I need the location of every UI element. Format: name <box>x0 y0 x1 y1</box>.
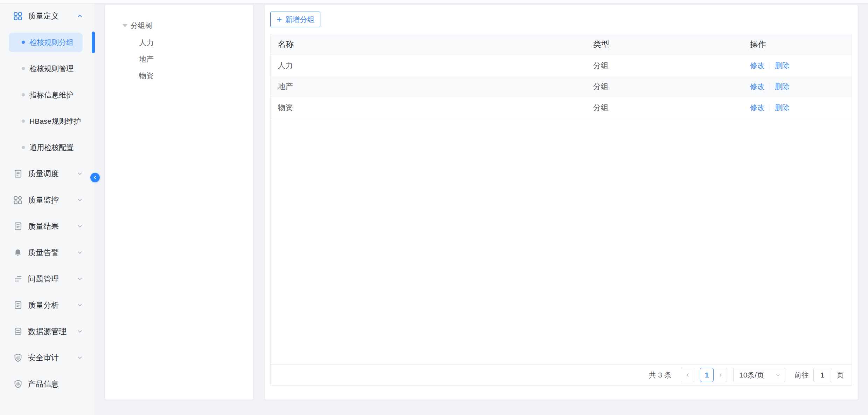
sidebar-subitem-row: 通用检核配置 <box>0 134 95 161</box>
bullet-icon <box>22 67 25 70</box>
bullet-icon <box>22 93 25 96</box>
edit-link[interactable]: 修改 <box>750 82 765 91</box>
cell-name: 地产 <box>271 81 586 92</box>
bullet-icon <box>22 120 25 123</box>
sidebar-item-quality-monitoring[interactable]: 质量监控 <box>0 187 95 213</box>
goto-label: 前往 <box>794 370 809 380</box>
current-page-button[interactable]: 1 <box>700 368 714 382</box>
chevron-left-icon <box>685 373 690 377</box>
delete-link[interactable]: 删除 <box>775 103 790 113</box>
pagination-bar: 共 3 条 1 10条/页 前往 页 <box>271 364 852 385</box>
cell-type: 分组 <box>586 81 743 92</box>
table-row: 人力 分组 修改 删除 <box>271 55 852 76</box>
sidebar-item-indicator-maintenance[interactable]: 指标信息维护 <box>9 85 83 105</box>
caret-down-icon[interactable] <box>123 24 127 27</box>
chevron-down-icon <box>776 373 780 377</box>
document-icon <box>13 222 22 231</box>
sidebar-item-label: 质量结果 <box>28 221 77 232</box>
cell-type: 分组 <box>586 102 743 113</box>
tree-root-label: 分组树 <box>131 21 153 30</box>
page-size-select[interactable]: 10条/页 <box>733 368 785 382</box>
chevron-down-icon <box>77 171 83 177</box>
chevron-down-icon <box>77 224 83 229</box>
chevron-down-icon <box>77 197 83 203</box>
sidebar-item-rule-management[interactable]: 检核规则管理 <box>9 59 83 79</box>
chevron-down-icon <box>77 276 83 282</box>
tree-children: 人力 地产 物资 <box>105 34 253 84</box>
sidebar-item-quality-analysis[interactable]: 质量分析 <box>0 292 95 318</box>
cell-type: 分组 <box>586 60 743 71</box>
action-divider <box>770 83 770 90</box>
column-header-action: 操作 <box>743 39 852 50</box>
sidebar-item-label: 安全审计 <box>28 353 77 363</box>
sidebar-item-product-info[interactable]: @ 产品信息 <box>0 371 95 397</box>
sidebar-subitem-label: 检核规则管理 <box>29 64 74 74</box>
grid-icon <box>13 12 22 21</box>
page-size-value: 10条/页 <box>739 370 764 380</box>
sidebar-subitem-row: HBase规则维护 <box>0 108 95 134</box>
cell-actions: 修改 删除 <box>743 103 852 113</box>
chevron-right-icon <box>718 373 723 377</box>
cell-name: 物资 <box>271 102 586 113</box>
grid-diamond-icon <box>13 196 22 205</box>
sidebar-item-general-check-config[interactable]: 通用检核配置 <box>9 138 83 157</box>
sidebar-item-label: 质量调度 <box>28 169 77 179</box>
pagination-total: 共 3 条 <box>649 370 672 380</box>
sidebar-item-datasource-management[interactable]: 数据源管理 <box>0 318 95 345</box>
sidebar-item-security-audit[interactable]: @ 安全审计 <box>0 345 95 371</box>
tree-node-wuzi[interactable]: 物资 <box>105 67 253 84</box>
bullet-icon <box>22 146 25 149</box>
sidebar-collapse-button[interactable] <box>90 173 100 182</box>
sidebar-item-quality-definition[interactable]: 质量定义 <box>0 3 95 29</box>
sidebar-subitem-label: HBase规则维护 <box>29 116 81 126</box>
cell-name: 人力 <box>271 60 586 71</box>
sidebar-item-hbase-rule-maintenance[interactable]: HBase规则维护 <box>9 111 83 131</box>
chevron-left-icon <box>93 175 97 180</box>
sidebar-item-quality-scheduling[interactable]: 质量调度 <box>0 161 95 187</box>
sidebar-item-issue-management[interactable]: 问题管理 <box>0 266 95 292</box>
sidebar-subitem-row: 检核规则分组 <box>0 29 95 55</box>
sidebar-item-rule-group[interactable]: 检核规则分组 <box>9 33 83 52</box>
action-divider <box>770 62 770 69</box>
group-tree-panel: 分组树 人力 地产 物资 <box>105 5 253 400</box>
cell-actions: 修改 删除 <box>743 61 852 70</box>
list-lines-icon <box>13 274 22 284</box>
sidebar-item-label: 产品信息 <box>28 379 77 389</box>
table-header-row: 名称 类型 操作 <box>271 34 852 55</box>
tree-node-renli[interactable]: 人力 <box>105 34 253 51</box>
goto-page-input[interactable] <box>813 368 831 382</box>
tree-root-node[interactable]: 分组树 <box>105 20 253 31</box>
chevron-down-icon <box>77 329 83 334</box>
shield-at-icon: @ <box>13 380 22 389</box>
no-chevron <box>77 381 83 387</box>
add-group-button[interactable]: 新增分组 <box>270 12 320 27</box>
edit-link[interactable]: 修改 <box>750 61 765 70</box>
delete-link[interactable]: 删除 <box>775 61 790 70</box>
chevron-down-icon <box>77 355 83 361</box>
page-unit-label: 页 <box>836 370 844 380</box>
add-group-button-label: 新增分组 <box>285 15 315 25</box>
prev-page-button[interactable] <box>681 368 694 382</box>
chevron-down-icon <box>77 250 83 256</box>
tree-node-dichan[interactable]: 地产 <box>105 51 253 67</box>
document-icon <box>13 169 22 178</box>
document-icon <box>13 301 22 310</box>
column-header-type: 类型 <box>586 39 743 50</box>
table-row: 物资 分组 修改 删除 <box>271 97 852 118</box>
chevron-down-icon <box>77 302 83 308</box>
sidebar-subitem-label: 指标信息维护 <box>29 90 74 100</box>
bell-icon <box>13 248 22 257</box>
sidebar-item-label: 质量定义 <box>28 11 77 21</box>
table-row: 地产 分组 修改 删除 <box>271 76 852 97</box>
sidebar: 质量定义 检核规则分组 检核规则管理 指标信息维护 <box>0 0 95 415</box>
delete-link[interactable]: 删除 <box>775 82 790 91</box>
column-header-name: 名称 <box>271 39 586 50</box>
sidebar-item-quality-alert[interactable]: 质量告警 <box>0 239 95 266</box>
cell-actions: 修改 删除 <box>743 82 852 91</box>
plus-icon <box>276 16 282 22</box>
next-page-button[interactable] <box>714 368 727 382</box>
sidebar-item-quality-result[interactable]: 质量结果 <box>0 213 95 239</box>
top-edge-strip <box>0 0 868 4</box>
edit-link[interactable]: 修改 <box>750 103 765 113</box>
sidebar-subitem-label: 通用检核配置 <box>29 143 74 152</box>
